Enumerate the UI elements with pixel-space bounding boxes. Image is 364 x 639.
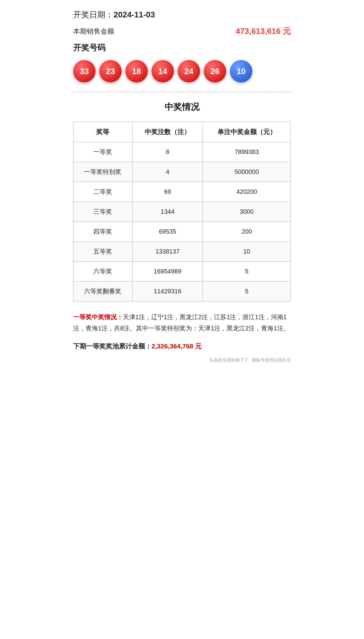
table-header-row: 奖等 中奖注数（注） 单注中奖金额（元） — [73, 122, 291, 142]
next-pool-label: 下期一等奖奖池累计金额： — [73, 343, 152, 350]
table-row: 六等奖169549895 — [73, 262, 291, 282]
winning-label: 开奖号码 — [73, 42, 291, 53]
date-label: 开奖日期： — [73, 10, 114, 19]
cell-amount-5: 10 — [203, 242, 291, 262]
table-row: 五等奖133813710 — [73, 242, 291, 262]
cell-level-0: 一等奖 — [73, 142, 133, 162]
ball-red-5: 24 — [178, 60, 200, 82]
ball-red-6: 26 — [204, 60, 226, 82]
footer-source1: 头条@乐观的梯子了 — [209, 357, 249, 363]
col-header-count: 中奖注数（注） — [132, 122, 203, 142]
cell-amount-3: 3000 — [203, 202, 291, 222]
cell-amount-7: 5 — [203, 282, 291, 301]
cell-level-3: 三等奖 — [73, 202, 133, 222]
col-header-level: 奖等 — [73, 122, 133, 142]
section-title: 中奖情况 — [73, 101, 291, 113]
sales-row: 本期销售金额 473,613,616 元 — [73, 26, 291, 37]
footer: 头条@乐观的梯子了 搜狐号@鸿运税生活 — [73, 357, 291, 363]
cell-count-2: 69 — [132, 182, 203, 202]
divider — [73, 92, 291, 92]
table-row: 一等奖特别奖45000000 — [73, 162, 291, 182]
cell-level-7: 六等奖翻番奖 — [73, 282, 133, 301]
footer-source2: 搜狐号@鸿运税生活 — [252, 357, 291, 363]
draw-date-header: 开奖日期：2024-11-03 — [73, 9, 291, 20]
ball-red-3: 18 — [125, 60, 148, 82]
ball-red-1: 33 — [73, 60, 96, 82]
winning-detail: 一等奖中奖情况：天津1注，辽宁1注，黑龙江2注，江苏1注，浙江1注，河南1注，青… — [73, 311, 291, 334]
ball-red-4: 14 — [152, 60, 174, 82]
table-row: 四等奖69535200 — [73, 222, 291, 242]
date-value: 2024-11-03 — [114, 10, 155, 19]
cell-count-6: 16954989 — [132, 262, 203, 282]
cell-amount-6: 5 — [203, 262, 291, 282]
sales-label: 本期销售金额 — [73, 27, 114, 36]
cell-level-2: 二等奖 — [73, 182, 133, 202]
prize-table: 奖等 中奖注数（注） 单注中奖金额（元） 一等奖87899383一等奖特别奖45… — [73, 122, 291, 301]
cell-amount-2: 420200 — [203, 182, 291, 202]
ball-red-2: 23 — [99, 60, 122, 82]
lottery-balls: 33 23 18 14 24 26 10 — [73, 60, 291, 82]
winning-detail-label: 一等奖中奖情况： — [73, 314, 123, 320]
cell-level-1: 一等奖特别奖 — [73, 162, 133, 182]
cell-amount-0: 7899383 — [203, 142, 291, 162]
cell-level-6: 六等奖 — [73, 262, 133, 282]
cell-level-4: 四等奖 — [73, 222, 133, 242]
col-header-amount: 单注中奖金额（元） — [203, 122, 291, 142]
table-row: 六等奖翻番奖114293165 — [73, 282, 291, 301]
table-row: 三等奖13443000 — [73, 202, 291, 222]
cell-count-7: 11429316 — [132, 282, 203, 301]
sales-amount: 473,613,616 元 — [236, 26, 291, 37]
next-pool-amount: 2,326,364,768 元 — [152, 343, 202, 350]
cell-level-5: 五等奖 — [73, 242, 133, 262]
cell-count-5: 1338137 — [132, 242, 203, 262]
cell-count-0: 8 — [132, 142, 203, 162]
table-row: 一等奖87899383 — [73, 142, 291, 162]
cell-count-1: 4 — [132, 162, 203, 182]
cell-amount-1: 5000000 — [203, 162, 291, 182]
cell-count-4: 69535 — [132, 222, 203, 242]
cell-count-3: 1344 — [132, 202, 203, 222]
ball-blue-1: 10 — [230, 60, 252, 82]
table-row: 二等奖69420200 — [73, 182, 291, 202]
next-pool: 下期一等奖奖池累计金额：2,326,364,768 元 — [73, 341, 291, 352]
cell-amount-4: 200 — [203, 222, 291, 242]
